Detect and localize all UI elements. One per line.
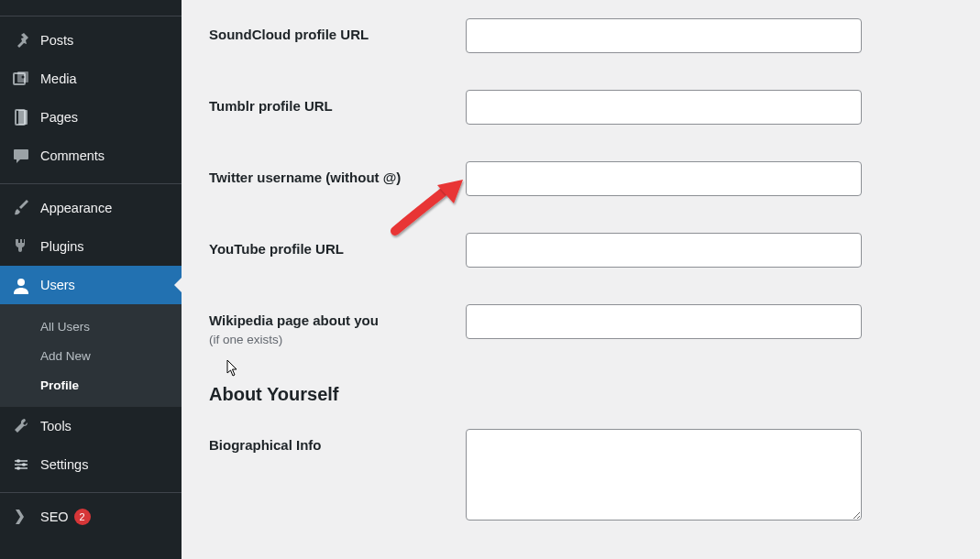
user-icon — [11, 276, 31, 294]
sidebar-item-media[interactable]: Media — [0, 60, 182, 98]
menu-label: Users — [40, 278, 75, 292]
submenu-item-add-new[interactable]: Add New — [0, 341, 182, 370]
svg-point-12 — [22, 463, 26, 466]
section-heading-about: About Yourself — [209, 384, 962, 405]
menu-label: SEO — [40, 510, 69, 524]
svg-point-4 — [22, 76, 25, 79]
field-row-twitter: Twitter username (without @) — [209, 143, 962, 214]
sidebar-item-settings[interactable]: Settings — [0, 445, 182, 484]
field-row-bio: Biographical Info — [209, 411, 962, 542]
seo-icon — [11, 508, 31, 526]
wrench-icon — [11, 417, 31, 435]
sidebar-item-posts[interactable]: Posts — [0, 21, 182, 60]
sidebar-item-seo[interactable]: SEO 2 — [0, 498, 182, 536]
field-label: Tumblr profile URL — [209, 90, 466, 115]
pages-icon — [11, 108, 31, 126]
users-submenu: All Users Add New Profile — [0, 304, 182, 407]
svg-rect-6 — [18, 110, 28, 125]
profile-form-content: SoundCloud profile URL Tumblr profile UR… — [182, 0, 980, 559]
settings-icon — [11, 455, 31, 474]
menu-separator — [0, 488, 182, 493]
svg-point-13 — [17, 466, 20, 470]
menu-label: Settings — [40, 457, 88, 472]
field-row-youtube: YouTube profile URL — [209, 214, 962, 286]
field-row-wikipedia: Wikipedia page about you (if one exists) — [209, 286, 962, 366]
brush-icon — [11, 199, 31, 217]
submenu-label: Profile — [40, 378, 79, 392]
field-label: SoundCloud profile URL — [209, 18, 466, 44]
field-row-tumblr: Tumblr profile URL — [209, 71, 962, 143]
plug-icon — [11, 237, 31, 256]
submenu-label: All Users — [40, 320, 90, 334]
menu-label: Media — [40, 71, 77, 86]
twitter-input[interactable] — [466, 161, 862, 196]
sidebar-item-tools[interactable]: Tools — [0, 407, 182, 445]
tumblr-input[interactable] — [466, 90, 862, 125]
bio-textarea[interactable] — [466, 429, 862, 521]
youtube-input[interactable] — [466, 233, 862, 268]
submenu-item-profile[interactable]: Profile — [0, 370, 182, 400]
comments-icon — [11, 147, 31, 165]
sidebar-item-users[interactable]: Users — [0, 266, 182, 304]
pin-icon — [11, 31, 31, 49]
menu-label: Plugins — [40, 239, 84, 254]
sidebar-item-qsandbox[interactable]: qSandbox — [0, 0, 182, 7]
sidebar-item-appearance[interactable]: Appearance — [0, 189, 182, 227]
sidebar-item-pages[interactable]: Pages — [0, 98, 182, 137]
svg-point-7 — [17, 279, 25, 286]
sidebar-item-comments[interactable]: Comments — [0, 137, 182, 175]
field-hint: (if one exists) — [209, 332, 466, 348]
menu-label: Posts — [40, 33, 73, 48]
seo-badge: 2 — [74, 509, 91, 525]
soundcloud-input[interactable] — [466, 18, 862, 53]
field-label: Biographical Info — [209, 429, 466, 455]
menu-label: Appearance — [40, 201, 112, 215]
field-label: Wikipedia page about you (if one exists) — [209, 304, 466, 347]
field-label: Twitter username (without @) — [209, 161, 466, 187]
menu-label: Tools — [40, 419, 72, 433]
admin-sidebar: qSandbox Posts Media Pages Comments — [0, 0, 182, 559]
menu-label: Comments — [40, 148, 105, 163]
field-row-soundcloud: SoundCloud profile URL — [209, 0, 962, 71]
menu-separator — [0, 180, 182, 184]
field-label-text: Wikipedia page about you — [209, 312, 379, 328]
menu-label: Pages — [40, 110, 78, 125]
sidebar-item-plugins[interactable]: Plugins — [0, 227, 182, 266]
field-label: YouTube profile URL — [209, 233, 466, 258]
media-icon — [11, 70, 31, 88]
submenu-label: Add New — [40, 349, 91, 363]
submenu-item-all-users[interactable]: All Users — [0, 312, 182, 341]
menu-separator — [0, 12, 182, 16]
svg-point-11 — [17, 459, 20, 463]
wikipedia-input[interactable] — [466, 304, 862, 339]
